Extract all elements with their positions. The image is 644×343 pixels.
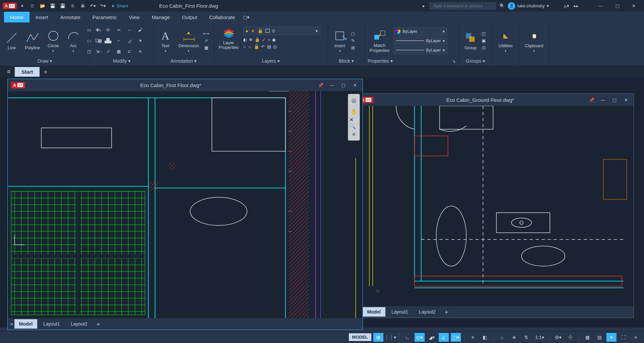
scale-display[interactable]: 1:1 ▾ [533, 333, 546, 342]
doc2-minimize-icon[interactable]: — [599, 95, 607, 104]
tab-view[interactable]: View [123, 12, 146, 22]
tab-output[interactable]: Output [176, 12, 203, 22]
tab-parametric[interactable]: Parametric [87, 12, 123, 22]
redo-icon[interactable]: ↷▾ [99, 2, 107, 10]
status-model[interactable]: MODEL [349, 333, 371, 341]
tab-collaborate[interactable]: Collaborate [203, 12, 241, 22]
add-file-tab[interactable]: ＋ [41, 68, 50, 76]
nav-wheel-icon[interactable]: ◎ [349, 95, 359, 105]
text-tool[interactable]: AText▾ [156, 27, 174, 54]
erase-tool[interactable]: 🖌 [136, 25, 145, 35]
chamfer-tool[interactable]: ◿ [125, 36, 134, 46]
close-button[interactable]: ✕ [626, 1, 641, 11]
file-tabs-menu-icon[interactable]: ≡ [4, 68, 13, 75]
fillet-tool[interactable]: ⌐ [114, 36, 123, 46]
circle-tool[interactable]: Circle▾ [44, 27, 62, 54]
tab-featured-apps[interactable]: ▢▾ [241, 12, 252, 22]
open-file-icon[interactable]: 📂 [38, 2, 47, 10]
table-tool[interactable]: ▦ [203, 45, 209, 50]
save-icon[interactable]: 💾 [48, 2, 57, 10]
doc1-layout-menu-icon[interactable]: ≡ [10, 322, 13, 327]
tab-annotate[interactable]: Annotate [54, 12, 87, 22]
annoscale-icon[interactable]: ⌂ [497, 333, 507, 342]
create-block-icon[interactable]: ▢ [351, 31, 355, 36]
layer-on-icon[interactable]: ○ [243, 44, 246, 49]
doc2-add-layout[interactable]: ＋ [442, 308, 451, 316]
undo-icon[interactable]: ↶▾ [89, 2, 97, 10]
user-menu[interactable]: 👤 luke.cholmsky ▾ [508, 2, 549, 10]
plot-icon[interactable]: 🖶 [78, 2, 87, 10]
layer-freeze-icon[interactable]: ❄ [249, 37, 253, 42]
zoom-extents-icon[interactable]: ✕🔍 [349, 118, 359, 128]
pan-icon[interactable]: ✋ [349, 107, 359, 116]
layer-iso-icon[interactable]: ◉ [272, 37, 276, 42]
extend-tool[interactable]: ↔ [125, 25, 134, 35]
doc1-layout1[interactable]: Layout1 [39, 319, 65, 329]
leader-tool[interactable]: ↗ [203, 38, 209, 43]
tab-insert[interactable]: Insert [30, 12, 54, 22]
doc1-maximize-icon[interactable]: ▢ [339, 81, 348, 89]
panel-properties-label[interactable]: Properties [368, 58, 389, 64]
saveas-icon[interactable]: 💾 [58, 2, 67, 10]
color-selector[interactable]: ByLayer▾ [393, 27, 447, 36]
search-input[interactable] [429, 2, 496, 10]
new-file-icon[interactable]: 🗋 [28, 2, 37, 10]
annovis-icon[interactable]: ⛯ [509, 333, 519, 342]
group-edit-icon[interactable]: ▣ [482, 38, 486, 43]
autocomplete-arrow-icon[interactable]: ▸ [419, 2, 428, 10]
annotation-monitor-icon[interactable]: ➕ [565, 333, 575, 342]
trim-tool[interactable]: ✂ [114, 25, 123, 35]
line-tool[interactable]: Line [3, 29, 21, 52]
panel-modify-label[interactable]: Modify [113, 58, 126, 64]
hardware-accel-icon[interactable]: ✦ [606, 333, 616, 342]
tab-manage[interactable]: Manage [146, 12, 176, 22]
doc2-titlebar[interactable]: A LT Eco Cabin_Ground Floor.dwg* 📌 — ▢ ✕ [356, 94, 634, 106]
layer-unlock-icon[interactable]: 🔓 [254, 44, 259, 49]
restore-button[interactable]: ▢ [610, 1, 625, 11]
doc1-layout-model[interactable]: Model [14, 319, 37, 329]
ungroup-icon[interactable]: ◫ [482, 31, 486, 36]
share-button[interactable]: ➤ Share [109, 3, 131, 8]
doc1-titlebar[interactable]: A LT Eco Cabin_First Floor.dwg* 📌 — ▢ ✕ [8, 79, 363, 91]
panel-layers-label[interactable]: Layers [262, 58, 276, 64]
clipboard-tool[interactable]: 📋Clipboard▾ [523, 27, 546, 54]
layer-uniso-icon[interactable]: ◎ [273, 44, 277, 49]
doc2-pin-icon[interactable]: 📌 [587, 95, 596, 104]
copy-tool[interactable]: ⿻ [93, 36, 102, 46]
layer-walk-icon[interactable]: ▤ [267, 44, 271, 49]
tab-home[interactable]: Home [4, 12, 30, 22]
doc2-layout-model[interactable]: Model [363, 307, 385, 317]
edit-attr-icon[interactable]: ⊞ [351, 45, 355, 50]
quick-props-icon[interactable]: ▤ [594, 333, 604, 342]
layer-off-icon[interactable]: ◐ [243, 37, 247, 42]
workspace-switch-icon[interactable]: ⚙▾ [553, 333, 563, 342]
lineweight-selector[interactable]: ByLayer▾ [393, 37, 447, 45]
doc1-add-layout[interactable]: ＋ [94, 320, 103, 328]
doc2-canvas[interactable] [356, 106, 634, 306]
group-tool[interactable]: Group [462, 29, 480, 52]
doc1-layout2[interactable]: Layout2 [66, 319, 92, 329]
doc1-canvas[interactable]: ◎ ✋ ✕🔍 ≡ [8, 91, 363, 318]
panel-draw-label[interactable]: Draw [38, 58, 49, 64]
rotate-tool[interactable]: ⟳ [103, 25, 113, 35]
isodraft-toggle[interactable]: ◢▾ [427, 333, 437, 342]
panel-annotation-label[interactable]: Annotation [171, 58, 193, 64]
explode-tool[interactable]: ✶ [136, 36, 145, 46]
polyline-tool[interactable]: Polyline [23, 29, 42, 52]
layer-thaw-icon[interactable]: ☼ [248, 44, 252, 49]
match-properties-tool[interactable]: Match Properties [368, 27, 391, 54]
edit-block-icon[interactable]: ✎ [351, 38, 355, 43]
stretch-tool[interactable]: ⇲ [93, 47, 102, 56]
doc2-layout2[interactable]: Layout2 [414, 307, 440, 317]
layer-lock-icon[interactable]: 🔒 [255, 37, 260, 42]
layer-selector[interactable]: ● ☀ 🔓 0 ▾ [243, 26, 320, 35]
utilities-tool[interactable]: 📐Utilities▾ [497, 27, 515, 54]
polar-toggle[interactable]: ⊙▾ [415, 333, 425, 342]
mirror-tool[interactable]: ▟▙ [103, 36, 113, 46]
annoauto-icon[interactable]: ⇅ [521, 333, 531, 342]
layer-make-current-icon[interactable]: ✓ [262, 37, 266, 42]
web-mobile-icon[interactable]: ⎘ [68, 2, 77, 10]
doc-window-1[interactable]: A LT Eco Cabin_First Floor.dwg* 📌 — ▢ ✕ [7, 79, 363, 330]
doc1-minimize-icon[interactable]: — [328, 81, 336, 89]
nav-more-icon[interactable]: ≡ [349, 130, 359, 139]
